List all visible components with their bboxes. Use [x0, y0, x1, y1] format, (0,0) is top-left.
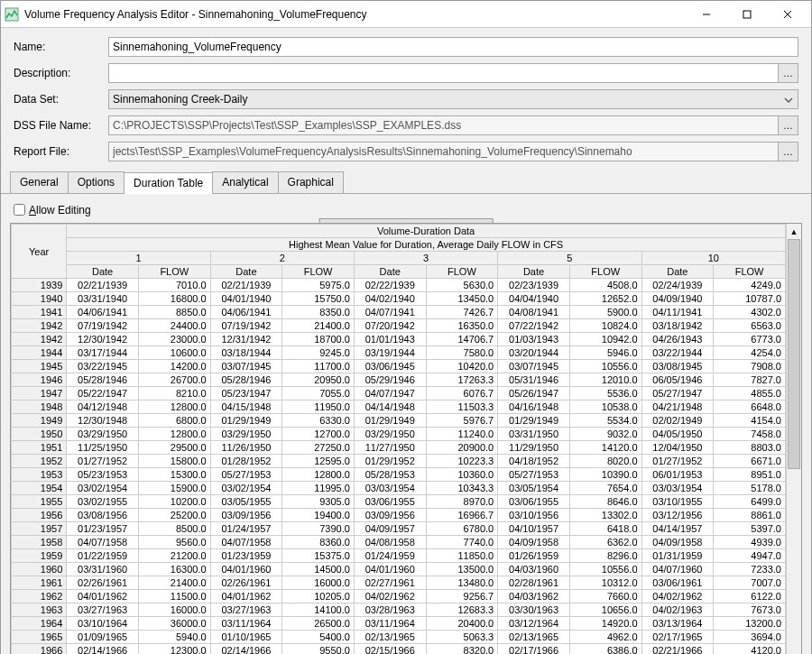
flow-cell[interactable]: 16966.7: [426, 509, 498, 522]
flow-cell[interactable]: 6671.0: [714, 455, 786, 468]
date-cell[interactable]: 01/22/1959: [67, 549, 139, 563]
date-cell[interactable]: 04/09/1957: [354, 522, 426, 536]
tab-analytical[interactable]: Analytical: [212, 171, 278, 193]
flow-cell[interactable]: 12800.0: [282, 468, 355, 482]
date-cell[interactable]: 03/09/1956: [210, 509, 282, 522]
date-cell[interactable]: 01/09/1965: [67, 631, 139, 644]
flow-cell[interactable]: 21400.0: [138, 576, 210, 590]
flow-cell[interactable]: 20400.0: [426, 617, 498, 631]
flow-cell[interactable]: 5900.0: [569, 306, 641, 319]
flow-cell[interactable]: 6330.0: [282, 414, 355, 428]
flow-cell[interactable]: 5400.0: [282, 631, 355, 644]
flow-cell[interactable]: 5940.0: [138, 631, 210, 644]
date-cell[interactable]: 01/27/1952: [67, 455, 139, 468]
date-cell[interactable]: 04/07/1941: [354, 306, 426, 319]
flow-cell[interactable]: 6122.0: [714, 590, 786, 603]
year-cell[interactable]: 1961: [12, 576, 67, 590]
year-cell[interactable]: 1942: [12, 333, 67, 346]
allow-editing-checkbox[interactable]: Allow Editing: [10, 201, 802, 218]
flow-cell[interactable]: 13302.0: [569, 509, 641, 522]
flow-cell[interactable]: 5178.0: [714, 482, 786, 495]
flow-cell[interactable]: 25200.0: [138, 509, 210, 522]
flow-cell[interactable]: 5946.0: [569, 346, 641, 360]
date-cell[interactable]: 03/07/1945: [498, 360, 570, 373]
flow-cell[interactable]: 10824.0: [569, 319, 641, 333]
flow-cell[interactable]: 12652.0: [569, 292, 641, 306]
date-cell[interactable]: 03/31/1950: [498, 428, 570, 441]
flow-cell[interactable]: 15800.0: [138, 455, 210, 468]
date-cell[interactable]: 03/06/1961: [641, 576, 714, 590]
date-cell[interactable]: 04/01/1940: [210, 292, 282, 306]
date-cell[interactable]: 04/12/1948: [67, 401, 139, 414]
flow-cell[interactable]: 9256.7: [426, 590, 498, 603]
year-cell[interactable]: 1955: [12, 495, 67, 509]
date-cell[interactable]: 04/14/1948: [354, 401, 426, 414]
description-ellipsis-button[interactable]: …: [779, 63, 798, 83]
date-cell[interactable]: 01/26/1959: [498, 549, 570, 563]
maximize-button[interactable]: [726, 2, 767, 27]
flow-cell[interactable]: 4947.0: [714, 549, 786, 563]
date-cell[interactable]: 04/15/1948: [210, 401, 282, 414]
allow-editing-input[interactable]: [14, 204, 25, 216]
flow-cell[interactable]: 14120.0: [569, 441, 641, 455]
date-cell[interactable]: 03/31/1940: [67, 292, 139, 306]
flow-cell[interactable]: 10787.0: [714, 292, 786, 306]
date-cell[interactable]: 11/25/1950: [67, 441, 139, 455]
flow-cell[interactable]: 6563.0: [714, 319, 786, 333]
date-cell[interactable]: 05/23/1953: [67, 468, 139, 482]
flow-cell[interactable]: 7007.0: [714, 576, 786, 590]
year-cell[interactable]: 1947: [12, 387, 67, 401]
minimize-button[interactable]: [686, 2, 726, 27]
date-cell[interactable]: 01/27/1952: [641, 455, 714, 468]
date-cell[interactable]: 04/01/1960: [354, 563, 426, 576]
date-cell[interactable]: 05/22/1947: [67, 387, 139, 401]
year-cell[interactable]: 1944: [12, 346, 67, 360]
date-cell[interactable]: 11/27/1950: [354, 441, 426, 455]
date-cell[interactable]: 04/03/1960: [498, 563, 570, 576]
date-cell[interactable]: 01/10/1965: [210, 631, 282, 644]
date-cell[interactable]: 03/06/1955: [354, 495, 426, 509]
date-cell[interactable]: 02/24/1939: [641, 279, 714, 292]
flow-cell[interactable]: 11500.0: [138, 590, 210, 603]
flow-cell[interactable]: 10223.3: [426, 455, 498, 468]
date-cell[interactable]: 04/07/1958: [67, 536, 139, 549]
year-cell[interactable]: 1951: [12, 441, 67, 455]
date-cell[interactable]: 01/23/1957: [67, 522, 139, 536]
year-cell[interactable]: 1949: [12, 414, 67, 428]
date-cell[interactable]: 04/01/1960: [210, 563, 282, 576]
year-cell[interactable]: 1946: [12, 373, 67, 387]
dssfile-input[interactable]: [108, 115, 779, 135]
flow-cell[interactable]: 5397.0: [714, 522, 786, 536]
flow-cell[interactable]: 14100.0: [282, 603, 355, 617]
date-cell[interactable]: 05/28/1953: [354, 468, 426, 482]
date-cell[interactable]: 04/01/1962: [210, 590, 282, 603]
date-cell[interactable]: 01/28/1952: [210, 455, 282, 468]
date-cell[interactable]: 02/15/1966: [354, 644, 426, 655]
flow-cell[interactable]: 7390.0: [282, 522, 355, 536]
date-cell[interactable]: 01/03/1943: [498, 333, 570, 346]
date-cell[interactable]: 04/14/1957: [641, 522, 714, 536]
date-cell[interactable]: 04/08/1941: [498, 306, 570, 319]
date-cell[interactable]: 03/22/1945: [67, 360, 139, 373]
flow-cell[interactable]: 29500.0: [138, 441, 210, 455]
date-cell[interactable]: 03/02/1954: [210, 482, 282, 495]
flow-cell[interactable]: 11240.0: [426, 428, 498, 441]
report-input[interactable]: [108, 142, 779, 161]
flow-cell[interactable]: 36000.0: [138, 617, 210, 631]
date-cell[interactable]: 02/26/1961: [67, 576, 139, 590]
flow-cell[interactable]: 4302.0: [714, 306, 786, 319]
date-cell[interactable]: 04/01/1962: [67, 590, 139, 603]
flow-cell[interactable]: 5536.0: [569, 387, 641, 401]
flow-cell[interactable]: 13480.0: [426, 576, 498, 590]
date-cell[interactable]: 05/23/1947: [210, 387, 282, 401]
flow-cell[interactable]: 7233.0: [714, 563, 786, 576]
flow-cell[interactable]: 7827.0: [714, 373, 786, 387]
date-cell[interactable]: 05/28/1946: [67, 373, 139, 387]
date-cell[interactable]: 02/14/1966: [67, 644, 139, 655]
date-cell[interactable]: 04/26/1943: [641, 333, 714, 346]
flow-cell[interactable]: 8951.0: [714, 468, 786, 482]
date-cell[interactable]: 04/16/1948: [498, 401, 570, 414]
flow-cell[interactable]: 26500.0: [282, 617, 355, 631]
year-cell[interactable]: 1945: [12, 360, 67, 373]
flow-cell[interactable]: 13450.0: [426, 292, 498, 306]
